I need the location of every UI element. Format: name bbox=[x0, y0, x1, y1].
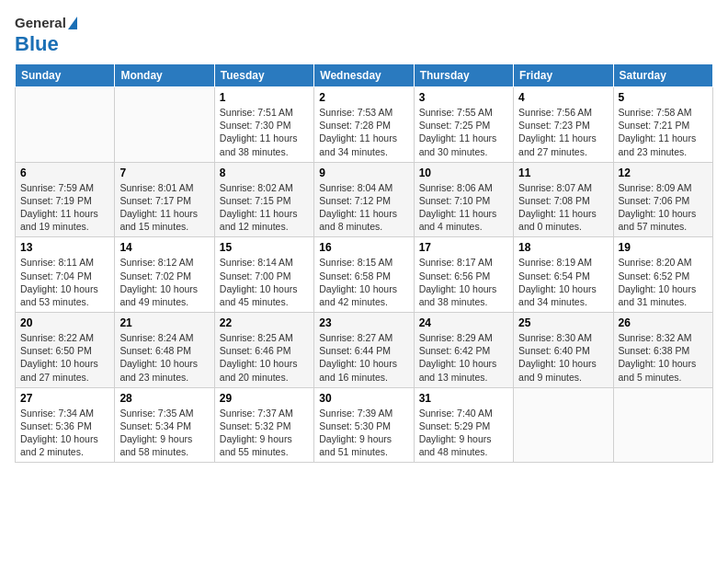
calendar-cell: 4Sunrise: 7:56 AMSunset: 7:23 PMDaylight… bbox=[514, 87, 613, 163]
calendar-header-row: SundayMondayTuesdayWednesdayThursdayFrid… bbox=[16, 64, 713, 87]
calendar-cell: 17Sunrise: 8:17 AMSunset: 6:56 PMDayligh… bbox=[414, 237, 513, 313]
calendar-cell bbox=[613, 387, 712, 463]
calendar-cell: 23Sunrise: 8:27 AMSunset: 6:44 PMDayligh… bbox=[314, 313, 414, 388]
day-number: 7 bbox=[119, 167, 209, 179]
day-number: 4 bbox=[518, 91, 608, 104]
day-info: Sunrise: 8:04 AMSunset: 7:12 PMDaylight:… bbox=[319, 181, 408, 234]
calendar-cell: 27Sunrise: 7:34 AMSunset: 5:36 PMDayligh… bbox=[16, 387, 115, 463]
day-number: 6 bbox=[20, 167, 109, 179]
day-number: 23 bbox=[319, 316, 408, 329]
day-info: Sunrise: 8:29 AMSunset: 6:42 PMDaylight:… bbox=[419, 331, 508, 384]
day-number: 31 bbox=[419, 392, 508, 405]
day-info: Sunrise: 7:53 AMSunset: 7:28 PMDaylight:… bbox=[319, 106, 408, 158]
day-info: Sunrise: 7:34 AMSunset: 5:36 PMDaylight:… bbox=[20, 407, 109, 459]
day-number: 22 bbox=[220, 316, 309, 329]
day-info: Sunrise: 8:06 AMSunset: 7:10 PMDaylight:… bbox=[419, 181, 508, 234]
day-number: 12 bbox=[619, 167, 708, 179]
day-number: 18 bbox=[518, 241, 608, 254]
calendar-cell: 30Sunrise: 7:39 AMSunset: 5:30 PMDayligh… bbox=[314, 387, 414, 463]
calendar-cell: 25Sunrise: 8:30 AMSunset: 6:40 PMDayligh… bbox=[514, 313, 613, 388]
logo-triangle-icon bbox=[68, 17, 77, 29]
calendar-header-sunday: Sunday bbox=[16, 64, 115, 87]
calendar-cell: 12Sunrise: 8:09 AMSunset: 7:06 PMDayligh… bbox=[613, 162, 712, 237]
day-info: Sunrise: 8:09 AMSunset: 7:06 PMDaylight:… bbox=[619, 181, 708, 234]
day-number: 25 bbox=[518, 316, 608, 329]
calendar-cell: 10Sunrise: 8:06 AMSunset: 7:10 PMDayligh… bbox=[414, 162, 513, 237]
calendar-cell: 16Sunrise: 8:15 AMSunset: 6:58 PMDayligh… bbox=[314, 237, 414, 313]
day-info: Sunrise: 7:37 AMSunset: 5:32 PMDaylight:… bbox=[220, 407, 309, 459]
day-info: Sunrise: 8:14 AMSunset: 7:00 PMDaylight:… bbox=[220, 256, 309, 308]
day-number: 14 bbox=[119, 241, 209, 254]
calendar-cell: 19Sunrise: 8:20 AMSunset: 6:52 PMDayligh… bbox=[613, 237, 712, 313]
day-number: 15 bbox=[220, 241, 309, 254]
day-info: Sunrise: 8:17 AMSunset: 6:56 PMDaylight:… bbox=[419, 256, 508, 308]
day-info: Sunrise: 8:15 AMSunset: 6:58 PMDaylight:… bbox=[319, 256, 408, 308]
calendar-cell: 9Sunrise: 8:04 AMSunset: 7:12 PMDaylight… bbox=[314, 162, 414, 237]
calendar-cell: 8Sunrise: 8:02 AMSunset: 7:15 PMDaylight… bbox=[214, 162, 313, 237]
logo: General Blue bbox=[15, 15, 77, 56]
day-info: Sunrise: 7:59 AMSunset: 7:19 PMDaylight:… bbox=[20, 181, 109, 234]
calendar-week-2: 6Sunrise: 7:59 AMSunset: 7:19 PMDaylight… bbox=[16, 162, 713, 237]
calendar-cell bbox=[16, 87, 115, 163]
day-info: Sunrise: 7:55 AMSunset: 7:25 PMDaylight:… bbox=[419, 106, 508, 158]
day-info: Sunrise: 7:35 AMSunset: 5:34 PMDaylight:… bbox=[119, 407, 209, 459]
day-number: 13 bbox=[20, 241, 109, 254]
calendar-cell: 15Sunrise: 8:14 AMSunset: 7:00 PMDayligh… bbox=[214, 237, 313, 313]
day-info: Sunrise: 8:27 AMSunset: 6:44 PMDaylight:… bbox=[319, 331, 408, 384]
day-info: Sunrise: 7:40 AMSunset: 5:29 PMDaylight:… bbox=[419, 407, 508, 459]
calendar-cell bbox=[115, 87, 214, 163]
calendar-cell: 13Sunrise: 8:11 AMSunset: 7:04 PMDayligh… bbox=[16, 237, 115, 313]
day-number: 24 bbox=[419, 316, 508, 329]
day-info: Sunrise: 8:01 AMSunset: 7:17 PMDaylight:… bbox=[119, 181, 209, 234]
calendar-cell: 7Sunrise: 8:01 AMSunset: 7:17 PMDaylight… bbox=[115, 162, 214, 237]
calendar-cell: 31Sunrise: 7:40 AMSunset: 5:29 PMDayligh… bbox=[414, 387, 513, 463]
calendar-cell: 5Sunrise: 7:58 AMSunset: 7:21 PMDaylight… bbox=[613, 87, 712, 163]
day-info: Sunrise: 8:02 AMSunset: 7:15 PMDaylight:… bbox=[220, 181, 309, 234]
calendar-cell: 18Sunrise: 8:19 AMSunset: 6:54 PMDayligh… bbox=[514, 237, 613, 313]
calendar-header-monday: Monday bbox=[115, 64, 214, 87]
page-header: General Blue bbox=[15, 15, 713, 56]
day-info: Sunrise: 8:19 AMSunset: 6:54 PMDaylight:… bbox=[518, 256, 608, 308]
calendar-cell: 29Sunrise: 7:37 AMSunset: 5:32 PMDayligh… bbox=[214, 387, 313, 463]
day-number: 3 bbox=[419, 91, 508, 104]
day-info: Sunrise: 8:20 AMSunset: 6:52 PMDaylight:… bbox=[619, 256, 708, 308]
logo-general: General bbox=[15, 15, 66, 30]
day-number: 27 bbox=[20, 392, 109, 405]
calendar-cell: 14Sunrise: 8:12 AMSunset: 7:02 PMDayligh… bbox=[115, 237, 214, 313]
day-number: 21 bbox=[119, 316, 209, 329]
day-number: 1 bbox=[220, 91, 309, 104]
calendar-header-saturday: Saturday bbox=[613, 64, 712, 87]
calendar-header-tuesday: Tuesday bbox=[214, 64, 313, 87]
day-number: 5 bbox=[619, 91, 708, 104]
calendar-table: SundayMondayTuesdayWednesdayThursdayFrid… bbox=[15, 63, 713, 463]
calendar-body: 1Sunrise: 7:51 AMSunset: 7:30 PMDaylight… bbox=[16, 87, 713, 463]
day-info: Sunrise: 8:32 AMSunset: 6:38 PMDaylight:… bbox=[619, 331, 708, 384]
calendar-week-4: 20Sunrise: 8:22 AMSunset: 6:50 PMDayligh… bbox=[16, 313, 713, 388]
day-number: 17 bbox=[419, 241, 508, 254]
calendar-week-5: 27Sunrise: 7:34 AMSunset: 5:36 PMDayligh… bbox=[16, 387, 713, 463]
day-number: 8 bbox=[220, 167, 309, 179]
calendar-cell: 24Sunrise: 8:29 AMSunset: 6:42 PMDayligh… bbox=[414, 313, 513, 388]
calendar-week-1: 1Sunrise: 7:51 AMSunset: 7:30 PMDaylight… bbox=[16, 87, 713, 163]
day-info: Sunrise: 8:24 AMSunset: 6:48 PMDaylight:… bbox=[119, 331, 209, 384]
calendar-cell: 26Sunrise: 8:32 AMSunset: 6:38 PMDayligh… bbox=[613, 313, 712, 388]
day-number: 19 bbox=[619, 241, 708, 254]
day-info: Sunrise: 7:58 AMSunset: 7:21 PMDaylight:… bbox=[619, 106, 708, 158]
calendar-cell: 20Sunrise: 8:22 AMSunset: 6:50 PMDayligh… bbox=[16, 313, 115, 388]
day-number: 10 bbox=[419, 167, 508, 179]
calendar-cell: 11Sunrise: 8:07 AMSunset: 7:08 PMDayligh… bbox=[514, 162, 613, 237]
calendar-cell: 28Sunrise: 7:35 AMSunset: 5:34 PMDayligh… bbox=[115, 387, 214, 463]
day-info: Sunrise: 8:22 AMSunset: 6:50 PMDaylight:… bbox=[20, 331, 109, 384]
day-info: Sunrise: 7:56 AMSunset: 7:23 PMDaylight:… bbox=[518, 106, 608, 158]
day-number: 28 bbox=[119, 392, 209, 405]
logo-blue: Blue bbox=[15, 32, 59, 56]
day-info: Sunrise: 7:51 AMSunset: 7:30 PMDaylight:… bbox=[220, 106, 309, 158]
calendar-header-wednesday: Wednesday bbox=[314, 64, 414, 87]
day-number: 9 bbox=[319, 167, 408, 179]
day-info: Sunrise: 8:25 AMSunset: 6:46 PMDaylight:… bbox=[220, 331, 309, 384]
calendar-cell: 6Sunrise: 7:59 AMSunset: 7:19 PMDaylight… bbox=[16, 162, 115, 237]
day-info: Sunrise: 8:07 AMSunset: 7:08 PMDaylight:… bbox=[518, 181, 608, 234]
calendar-cell: 3Sunrise: 7:55 AMSunset: 7:25 PMDaylight… bbox=[414, 87, 513, 163]
calendar-cell bbox=[514, 387, 613, 463]
day-number: 29 bbox=[220, 392, 309, 405]
